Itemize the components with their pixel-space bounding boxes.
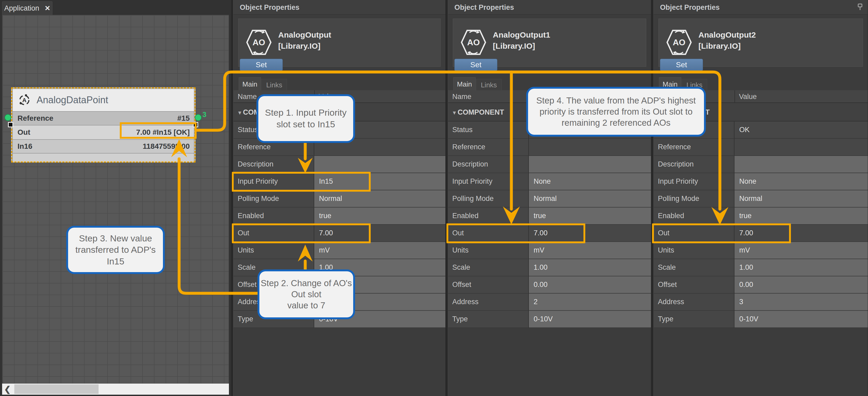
property-label: Polling Mode	[448, 190, 529, 207]
property-value[interactable]: 0-10V	[529, 311, 651, 328]
collapse-triangle-icon[interactable]: ▼	[234, 103, 243, 122]
set-button[interactable]: Set	[240, 59, 283, 71]
property-row-input-priority: Input Priority None	[654, 173, 868, 190]
callout-line: Step 1. Input Priority	[258, 107, 353, 119]
property-row-input-priority: Input Priority In15	[234, 173, 445, 190]
property-row-reference: Reference	[654, 139, 868, 156]
property-label: Address	[654, 294, 735, 311]
column-divider	[735, 90, 735, 102]
property-value[interactable]	[735, 156, 868, 173]
property-label: Status	[448, 122, 529, 139]
property-row-offset: Offset 0.00	[654, 276, 868, 294]
property-value[interactable]: 1.00	[735, 259, 868, 276]
property-value[interactable]: mV	[529, 242, 651, 259]
panel-title: Object Properties	[448, 0, 651, 15]
property-value[interactable]	[314, 156, 445, 173]
tab-main[interactable]: Main	[239, 77, 261, 91]
callout-step3: Step 3. New valuetransferred to ADP'sIn1…	[66, 226, 165, 274]
property-value[interactable]: Normal	[529, 190, 651, 207]
property-label: Input Priority	[654, 173, 735, 190]
property-value[interactable]	[529, 156, 651, 173]
panel-title: Object Properties	[654, 0, 868, 15]
pin-icon[interactable]	[857, 3, 864, 11]
canvas-grid[interactable]	[2, 15, 229, 384]
svg-text:AO: AO	[673, 38, 685, 47]
slot-value: 118475598.00	[143, 142, 190, 151]
block-row-empty	[13, 153, 194, 162]
property-value[interactable]: OK	[735, 122, 868, 139]
selection-handle-right[interactable]	[193, 122, 198, 127]
property-value[interactable]	[735, 139, 868, 156]
callout-line: remaining 2 referenced AOs	[528, 117, 704, 128]
property-row-address: Address 2	[448, 294, 651, 311]
scroll-left-icon[interactable]: ❮	[2, 385, 13, 394]
property-value[interactable]: 7.00	[735, 225, 868, 242]
collapse-triangle-icon[interactable]: ▼	[448, 103, 458, 122]
property-value[interactable]: 7.00	[529, 225, 651, 242]
reference-port-right[interactable]	[195, 114, 202, 121]
property-row-units: Units mV	[448, 242, 651, 259]
property-label: Description	[654, 156, 735, 173]
property-label: Out	[448, 225, 529, 242]
property-row-out: Out 7.00	[654, 225, 868, 242]
tab-links[interactable]: Links	[261, 79, 287, 91]
property-value[interactable]: true	[314, 207, 445, 225]
callout-line: Out slot	[259, 289, 353, 300]
block-row-out[interactable]: Out 7.00 #In15 [OK]	[13, 125, 194, 139]
property-value[interactable]: Normal	[314, 190, 445, 207]
property-value[interactable]: Normal	[735, 190, 868, 207]
property-row-input-priority: Input Priority None	[448, 173, 651, 190]
object-name: AnalogOutput	[278, 30, 331, 39]
property-value[interactable]: 0.00	[735, 276, 868, 294]
property-value[interactable]: 0-10V	[735, 311, 868, 328]
property-label: Type	[654, 311, 735, 328]
property-value[interactable]	[529, 139, 651, 156]
property-label: Scale	[448, 259, 529, 276]
slot-label: In16	[18, 142, 32, 151]
property-value[interactable]: In15	[314, 173, 445, 190]
tab-links[interactable]: Links	[476, 79, 502, 91]
analog-data-point-block[interactable]: A AnalogDataPoint Reference #15 Out 7.00…	[11, 87, 195, 163]
analog-output-icon: AO	[245, 28, 272, 56]
block-row-reference[interactable]: Reference #15	[13, 111, 194, 125]
object-library: [Library.IO]	[699, 41, 741, 51]
property-value[interactable]: mV	[314, 242, 445, 259]
property-label: Out	[654, 225, 735, 242]
set-button[interactable]: Set	[660, 59, 703, 71]
block-row-in16[interactable]: In16 118475598.00	[13, 139, 194, 153]
diagram-editor: Application ✕ ❮	[0, 0, 231, 396]
pin-button[interactable]	[857, 3, 864, 12]
property-value[interactable]: None	[529, 173, 651, 190]
property-value[interactable]: true	[735, 207, 868, 225]
callout-step4: Step 4. The value from the ADP's highest…	[526, 87, 706, 137]
reference-port-left[interactable]	[4, 114, 11, 121]
tab-application[interactable]: Application ✕	[2, 1, 53, 15]
slot-label: Reference	[18, 114, 53, 123]
property-label: Reference	[654, 139, 735, 156]
object-properties-panel: Object Properties AO AnalogOutput [Libra…	[233, 0, 446, 396]
horizontal-scrollbar[interactable]: ❮	[2, 384, 229, 395]
column-header-value: Value	[739, 93, 757, 101]
property-value[interactable]: 7.00	[314, 225, 445, 242]
close-icon[interactable]: ✕	[44, 4, 50, 12]
analog-output-icon: AO	[460, 28, 487, 56]
property-value[interactable]: None	[735, 173, 868, 190]
property-value[interactable]: 3	[735, 294, 868, 311]
property-value[interactable]: 1.00	[529, 259, 651, 276]
property-value[interactable]: true	[529, 207, 651, 225]
property-row-offset: Offset 0.00	[448, 276, 651, 294]
block-header: A AnalogDataPoint	[13, 89, 194, 111]
property-label: Enabled	[654, 207, 735, 225]
property-row-type: Type 0-10V	[654, 311, 868, 328]
property-value[interactable]: mV	[735, 242, 868, 259]
property-value[interactable]: 0.00	[529, 276, 651, 294]
selection-handle-left[interactable]	[8, 122, 13, 127]
object-library: [Library.IO]	[278, 41, 320, 51]
property-row-scale: Scale 1.00	[654, 259, 868, 276]
set-button[interactable]: Set	[455, 59, 497, 71]
panel-title: Object Properties	[234, 0, 445, 15]
reference-link-count: 3	[203, 111, 207, 119]
property-value[interactable]: 2	[529, 294, 651, 311]
scrollbar-thumb[interactable]	[14, 384, 99, 394]
tab-main[interactable]: Main	[453, 77, 475, 91]
